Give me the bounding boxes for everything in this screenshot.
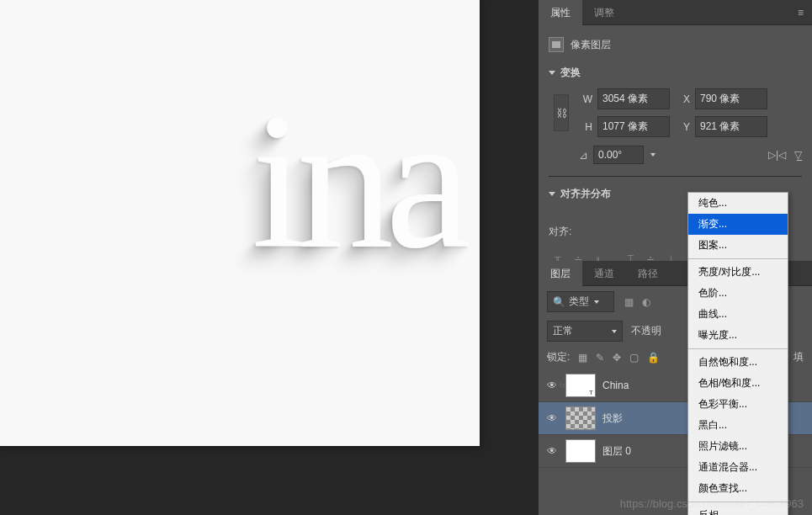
h-label: H (577, 121, 592, 133)
filter-adjustment-icon[interactable]: ◐ (642, 296, 650, 308)
fill-label: 填 (793, 350, 804, 364)
filter-pixel-icon[interactable]: ▦ (624, 296, 634, 308)
menu-curves[interactable]: 曲线... (688, 304, 788, 325)
dropdown-icon (594, 300, 599, 304)
rotation-dropdown-icon[interactable] (650, 153, 655, 157)
layer-thumbnail[interactable] (565, 439, 596, 463)
menu-vibrance[interactable]: 自然饱和度... (688, 352, 788, 373)
menu-hue-saturation[interactable]: 色相/饱和度... (688, 373, 788, 394)
layer-type-label: 像素图层 (571, 38, 611, 52)
link-wh-icon[interactable]: ⛓ (554, 94, 569, 131)
chevron-down-icon (549, 192, 555, 196)
lock-all-icon[interactable]: 🔒 (647, 352, 660, 364)
flip-icons: ▷|◁ ▽̲ (768, 149, 802, 161)
lock-label: 锁定: (547, 350, 570, 364)
blend-mode-value: 正常 (553, 324, 573, 338)
blend-mode-select[interactable]: 正常 (547, 321, 623, 342)
filter-icons: ▦ ◐ (624, 296, 650, 308)
tab-channels[interactable]: 通道 (582, 261, 626, 286)
chevron-down-icon (549, 71, 555, 75)
rotation-input[interactable]: 0.00° (593, 146, 644, 164)
menu-black-white[interactable]: 黑白... (688, 415, 788, 436)
menu-separator (688, 258, 788, 259)
menu-solid-color[interactable]: 纯色... (688, 193, 788, 214)
rotation-row: 0.00° ▷|◁ ▽̲ (549, 137, 802, 171)
visibility-icon[interactable]: 👁 (547, 445, 559, 457)
visibility-icon[interactable]: 👁 (547, 412, 559, 424)
y-input[interactable]: 921 像素 (695, 116, 767, 137)
watermark: https://blog.csdn.net/wuxin_14508963 (620, 497, 804, 510)
properties-panel-body: 像素图层 变换 ⛓ W 3054 像素 X 790 像素 H 1077 像素 Y… (539, 25, 812, 213)
lock-transparency-icon[interactable]: ▦ (578, 352, 587, 364)
dropdown-icon (612, 330, 617, 333)
lock-artboard-icon[interactable]: ▢ (629, 352, 639, 364)
canvas-area: ina (0, 0, 539, 515)
pixel-layer-icon (549, 37, 564, 52)
filter-type-select[interactable]: 🔍 类型 (547, 291, 614, 312)
visibility-icon[interactable]: 👁 (547, 380, 559, 391)
height-input[interactable]: 1077 像素 (597, 116, 670, 137)
search-icon: 🔍 (553, 296, 565, 308)
layer-thumbnail[interactable]: fx (565, 374, 596, 397)
menu-color-balance[interactable]: 色彩平衡... (688, 394, 788, 415)
menu-channel-mixer[interactable]: 通道混合器... (688, 457, 788, 478)
align-title: 对齐并分布 (560, 187, 611, 201)
opacity-label: 不透明 (631, 324, 661, 338)
flip-vertical-icon[interactable]: ▽̲ (794, 149, 802, 161)
width-input[interactable]: 3054 像素 (597, 88, 670, 109)
canvas-text-content: ina (252, 70, 463, 293)
lock-icons-group: ▦ ✎ ✥ ▢ 🔒 (578, 352, 660, 364)
transform-section-header[interactable]: 变换 (549, 61, 802, 85)
properties-panel-tabs: 属性 调整 ≡ (539, 0, 812, 25)
layer-name: China (602, 380, 629, 391)
filter-type-label: 类型 (569, 295, 589, 309)
transform-grid: ⛓ W 3054 像素 X 790 像素 H 1077 像素 Y 921 像素 (549, 85, 802, 137)
x-label: X (675, 93, 690, 105)
layer-name: 图层 0 (602, 444, 631, 459)
menu-brightness-contrast[interactable]: 亮度/对比度... (688, 262, 788, 283)
x-input[interactable]: 790 像素 (695, 88, 767, 109)
tab-paths[interactable]: 路径 (626, 261, 670, 286)
tab-adjustments[interactable]: 调整 (582, 0, 626, 25)
panel-menu-icon[interactable]: ≡ (789, 7, 812, 19)
layer-thumbnail[interactable] (565, 406, 596, 430)
lock-position-icon[interactable]: ✥ (613, 352, 621, 364)
menu-levels[interactable]: 色阶... (688, 283, 788, 304)
angle-icon (579, 149, 588, 162)
y-label: Y (675, 121, 690, 133)
layer-type-row: 像素图层 (549, 32, 802, 61)
menu-color-lookup[interactable]: 颜色查找... (688, 478, 788, 499)
transform-title: 变换 (560, 66, 581, 80)
document-canvas[interactable]: ina (0, 0, 480, 446)
divider (549, 176, 802, 177)
layer-name: 投影 (602, 411, 623, 426)
flip-horizontal-icon[interactable]: ▷|◁ (768, 149, 786, 161)
w-label: W (577, 93, 592, 105)
adjustment-context-menu: 纯色... 渐变... 图案... 亮度/对比度... 色阶... 曲线... … (687, 192, 788, 515)
menu-separator (688, 348, 788, 349)
lock-pixels-icon[interactable]: ✎ (596, 352, 604, 364)
menu-gradient[interactable]: 渐变... (688, 214, 788, 235)
tab-layers[interactable]: 图层 (539, 261, 582, 286)
menu-pattern[interactable]: 图案... (688, 235, 788, 256)
menu-photo-filter[interactable]: 照片滤镜... (688, 436, 788, 457)
menu-exposure[interactable]: 曝光度... (688, 325, 788, 346)
tab-properties[interactable]: 属性 (539, 0, 582, 25)
